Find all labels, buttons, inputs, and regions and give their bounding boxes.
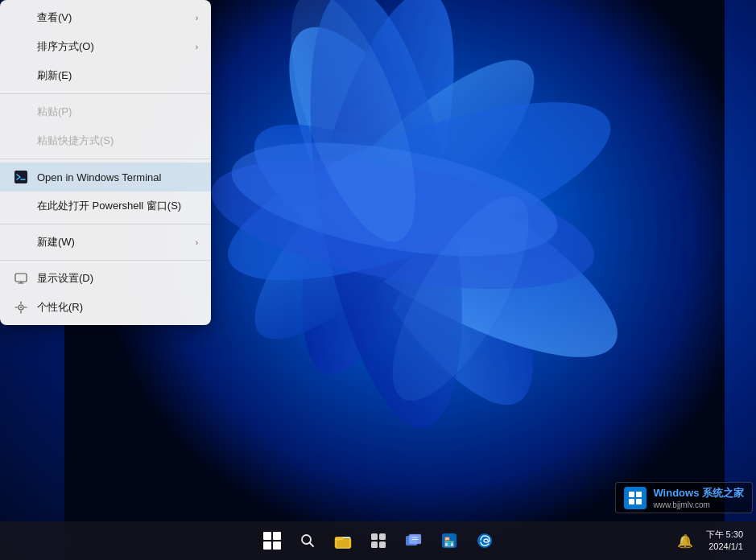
context-menu: 查看(V) › 排序方式(O) › 刷新(E) 粘贴(P) 粘贴快捷方式(S) [0, 0, 211, 325]
powershell-icon [13, 198, 29, 214]
widgets-button[interactable] [362, 525, 395, 557]
menu-item-view-label: 查看(V) [37, 10, 196, 25]
menu-item-terminal-label: Open in Windows Terminal [37, 171, 198, 183]
view-icon [13, 10, 29, 26]
menu-item-personalize[interactable]: 个性化(R) [0, 293, 211, 322]
folders-icon [405, 532, 423, 550]
menu-item-view[interactable]: 查看(V) › [0, 3, 211, 32]
menu-item-paste-shortcut[interactable]: 粘贴快捷方式(S) [0, 126, 211, 155]
display-icon [13, 270, 29, 286]
menu-item-paste-label: 粘贴(P) [37, 105, 198, 119]
menu-item-new-label: 新建(W) [37, 235, 196, 249]
menu-item-personalize-label: 个性化(R) [37, 300, 198, 315]
menu-item-refresh-label: 刷新(E) [37, 68, 198, 83]
svg-rect-11 [14, 171, 27, 183]
desktop: 查看(V) › 排序方式(O) › 刷新(E) 粘贴(P) 粘贴快捷方式(S) [0, 0, 756, 560]
watermark-title-prefix: Windows [653, 487, 702, 499]
refresh-icon [13, 68, 29, 84]
windows-logo-icon [263, 532, 281, 550]
menu-item-powershell-label: 在此处打开 Powershell 窗口(S) [37, 199, 198, 213]
svg-rect-27 [371, 541, 378, 548]
svg-line-23 [309, 543, 313, 547]
new-icon [13, 234, 29, 250]
taskbar-right: 🔔 下午 5:30 2024/1/1 [674, 521, 756, 560]
watermark-badge: Windows 系统之家 www.bjjmlv.com [615, 482, 753, 513]
menu-item-new[interactable]: 新建(W) › [0, 228, 211, 257]
svg-rect-25 [371, 533, 378, 540]
folders-button[interactable] [398, 525, 430, 557]
separator-4 [0, 260, 211, 261]
watermark-title-colored: 系统之家 [702, 487, 744, 499]
store-icon: 🏪 [440, 532, 458, 550]
menu-item-refresh[interactable]: 刷新(E) [0, 61, 211, 90]
edge-button[interactable] [469, 525, 501, 557]
personalize-icon [13, 299, 29, 315]
search-icon [300, 533, 316, 549]
menu-item-powershell[interactable]: 在此处打开 Powershell 窗口(S) [0, 191, 211, 220]
menu-item-paste-shortcut-label: 粘贴快捷方式(S) [37, 134, 198, 148]
watermark-windows-icon [624, 487, 647, 509]
svg-rect-26 [379, 533, 386, 540]
watermark-text: Windows 系统之家 www.bjjmlv.com [653, 486, 744, 509]
menu-item-display[interactable]: 显示设置(D) [0, 264, 211, 293]
paste-shortcut-icon [13, 133, 29, 149]
svg-text:🏪: 🏪 [444, 536, 455, 547]
separator-2 [0, 159, 211, 159]
new-submenu-arrow: › [196, 238, 198, 247]
taskbar: 🏪 🔔 下午 5:30 2024/1/1 [0, 521, 756, 560]
file-explorer-button[interactable] [327, 525, 359, 557]
clock-date: 2024/1/1 [706, 541, 743, 553]
search-button[interactable] [291, 525, 324, 557]
svg-rect-28 [379, 541, 386, 548]
edge-icon [476, 532, 494, 550]
menu-item-terminal[interactable]: Open in Windows Terminal [0, 163, 211, 191]
sort-icon [13, 39, 29, 55]
svg-point-17 [20, 307, 22, 308]
widgets-icon [370, 532, 387, 550]
watermark-subtitle: www.bjjmlv.com [653, 500, 744, 509]
svg-rect-13 [15, 274, 27, 282]
separator-1 [0, 93, 211, 94]
notification-icon[interactable]: 🔔 [674, 530, 696, 552]
taskbar-center-icons: 🏪 [256, 525, 501, 557]
view-submenu-arrow: › [196, 14, 198, 23]
clock-time: 下午 5:30 [706, 529, 743, 541]
menu-item-paste[interactable]: 粘贴(P) [0, 97, 211, 126]
sort-submenu-arrow: › [196, 43, 198, 51]
paste-icon [13, 104, 29, 120]
menu-item-display-label: 显示设置(D) [37, 271, 198, 286]
menu-item-sort-label: 排序方式(O) [37, 39, 196, 54]
menu-item-sort[interactable]: 排序方式(O) › [0, 32, 211, 61]
clock-area[interactable]: 下午 5:30 2024/1/1 [700, 529, 750, 554]
file-explorer-icon [334, 532, 352, 550]
store-button[interactable]: 🏪 [433, 525, 465, 557]
start-button[interactable] [256, 525, 288, 557]
separator-3 [0, 224, 211, 224]
watermark-title: Windows 系统之家 [653, 486, 744, 500]
terminal-icon [13, 169, 29, 185]
